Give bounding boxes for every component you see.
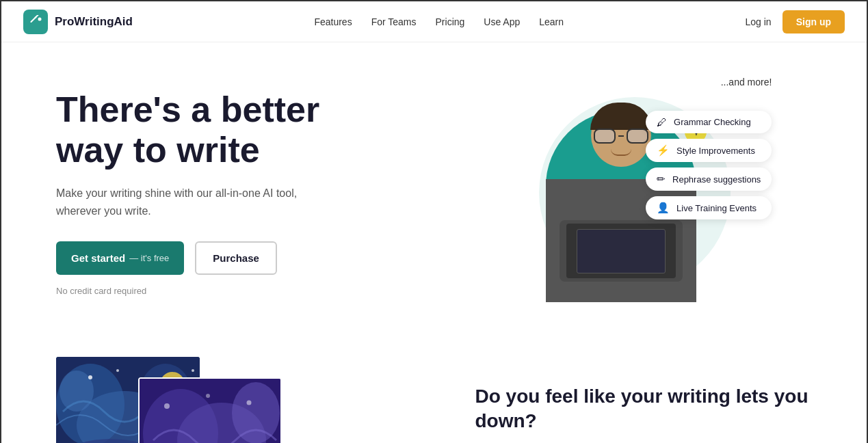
logo[interactable]: ProWritingAid (23, 10, 133, 34)
rephrase-icon: ✏ (657, 173, 666, 185)
feature-label-grammar: Grammar Checking (674, 117, 751, 127)
hero-illustration: 🖊 Grammar Checking ⚡ Style Improvements … (512, 83, 772, 302)
hero-buttons: Get started — it's free Purchase (56, 241, 472, 275)
svg-point-21 (247, 401, 252, 405)
feature-label-rephrase: Rephrase suggestions (672, 174, 761, 185)
feature-card-grammar: 🖊 Grammar Checking (646, 111, 772, 133)
svg-point-18 (232, 382, 280, 443)
svg-point-20 (206, 394, 210, 398)
nav-features[interactable]: Features (314, 16, 352, 27)
nav-use-app[interactable]: Use App (484, 16, 520, 27)
nav-learn[interactable]: Learn (539, 16, 564, 27)
feature-card-training: 👤 Live Training Events (646, 196, 772, 219)
nav-pricing[interactable]: Pricing (436, 16, 465, 27)
section2: My idea in my head (1, 330, 867, 443)
svg-point-14 (192, 369, 194, 372)
nav-actions: Log in Sign up (746, 10, 845, 33)
login-button[interactable]: Log in (746, 16, 772, 27)
brand-name: ProWritingAid (55, 15, 133, 29)
section2-right: Do you feel like your writing lets you d… (475, 357, 815, 443)
more-text: ...and more! (721, 77, 772, 88)
nav-links: Features For Teams Pricing Use App Learn (314, 16, 564, 27)
get-started-button[interactable]: Get started — it's free (56, 241, 184, 275)
section2-title: Do you feel like your writing lets you d… (475, 384, 815, 434)
training-icon: 👤 (657, 202, 670, 214)
feature-cards: 🖊 Grammar Checking ⚡ Style Improvements … (646, 111, 772, 219)
hero-right: 🖊 Grammar Checking ⚡ Style Improvements … (472, 83, 812, 302)
hero-section: There's a better way to write Make your … (1, 42, 867, 330)
section2-left: My idea in my head (56, 357, 434, 443)
hero-note: No credit card required (56, 286, 472, 296)
feature-label-training: Live Training Events (676, 203, 757, 213)
hero-title: There's a better way to write (56, 90, 472, 172)
nav-teams[interactable]: For Teams (371, 16, 417, 27)
svg-point-11 (88, 375, 92, 379)
feature-label-style: Style Improvements (676, 146, 755, 156)
hero-left: There's a better way to write Make your … (56, 90, 472, 297)
free-text: — it's free (129, 253, 169, 263)
painting-overlay (138, 377, 282, 443)
feature-card-rephrase: ✏ Rephrase suggestions (646, 167, 772, 191)
hero-subtitle: Make your writing shine with our all-in-… (56, 185, 343, 219)
purchase-button[interactable]: Purchase (195, 241, 277, 275)
navbar: ProWritingAid Features For Teams Pricing… (1, 1, 867, 42)
svg-point-19 (164, 403, 170, 409)
svg-point-12 (116, 369, 119, 372)
style-icon: ⚡ (657, 144, 670, 157)
feature-card-style: ⚡ Style Improvements (646, 139, 772, 162)
swirl-overlay (140, 379, 280, 443)
grammar-icon: 🖊 (657, 116, 667, 128)
logo-icon (23, 10, 48, 34)
painting-container: My idea in my head (56, 357, 302, 443)
signup-button[interactable]: Sign up (782, 10, 845, 33)
page-wrapper: ProWritingAid Features For Teams Pricing… (0, 0, 868, 443)
svg-point-2 (38, 17, 42, 21)
